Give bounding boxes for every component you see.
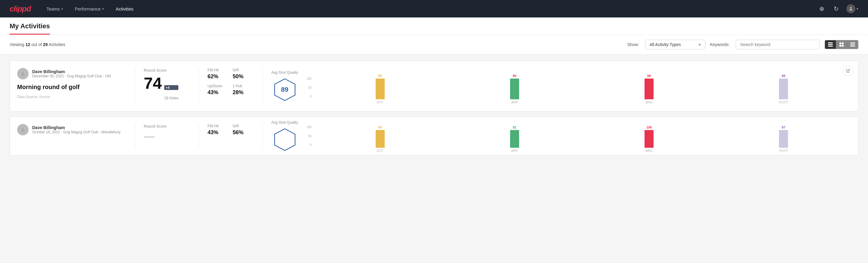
bar-group-ott: 94 OTT xyxy=(313,125,447,152)
list-compact-view-button[interactable] xyxy=(825,40,836,49)
list-expanded-view-button[interactable] xyxy=(847,40,858,49)
bar-value-arg: 106 xyxy=(646,125,652,129)
stats-section: FW Hit 43% GIR 56% xyxy=(199,124,253,148)
user-avatar-menu[interactable]: ▾ xyxy=(846,4,858,13)
fw-hit-stat: FW Hit 62% xyxy=(208,68,228,80)
svg-rect-9 xyxy=(850,43,855,44)
activity-card: Dave Billingham December 05, 2021 - Gog … xyxy=(10,60,858,112)
gir-value: 50% xyxy=(233,74,253,80)
chevron-down-icon: ▾ xyxy=(61,7,63,10)
bar-value-putt: 87 xyxy=(782,125,785,129)
logo[interactable]: clippd xyxy=(10,4,31,13)
svg-point-0 xyxy=(850,7,852,9)
grid-view-button[interactable] xyxy=(836,40,847,49)
score-number: — xyxy=(144,130,155,142)
viewing-text: Viewing 12 out of 29 Activities xyxy=(10,42,623,47)
bar-label-app: APP xyxy=(511,100,518,104)
bar-chart: 100 50 0 85 OTT 90 APP 89 xyxy=(307,68,851,104)
search-input[interactable] xyxy=(736,40,820,49)
svg-rect-11 xyxy=(850,46,855,47)
bar-group-arg: 89 ARG xyxy=(582,74,716,104)
bar-label-arg: ARG xyxy=(645,149,653,152)
score-badge: +4 xyxy=(164,85,178,90)
round-score-section: Round Score 74 +4 18 Holes xyxy=(135,68,189,104)
avg-shot-quality-label: Avg Shot Quality xyxy=(271,120,298,124)
navbar: clippd Teams ▾ Performance ▾ Activities … xyxy=(0,0,868,18)
filter-bar: Viewing 12 out of 29 Activities Show: Al… xyxy=(0,35,868,55)
user-avatar xyxy=(17,124,29,136)
activity-card: Dave Billingham October 16, 2021 - Gog M… xyxy=(10,116,858,155)
oneputt-stat: 1 Putt 28% xyxy=(233,84,253,96)
refresh-icon[interactable]: ↻ xyxy=(832,4,840,13)
bar-group-arg: 106 ARG xyxy=(582,125,716,152)
user-date: October 16, 2021 - Gog Magog Golf Club -… xyxy=(32,130,121,134)
bar-value-app: 90 xyxy=(513,74,517,78)
card-user: Dave Billingham October 16, 2021 - Gog M… xyxy=(17,124,125,136)
gir-stat: GIR 56% xyxy=(233,124,253,136)
nav-right-actions: ⊕ ↻ ▾ xyxy=(817,4,858,13)
score-number: 74 xyxy=(144,74,162,92)
avg-shot-quality-label: Avg Shot Quality xyxy=(271,70,298,75)
chevron-down-icon: ▾ xyxy=(699,42,701,47)
bar-value-arg: 89 xyxy=(647,74,651,78)
round-score-label: Round Score xyxy=(144,68,189,72)
bar-label-arg: ARG xyxy=(645,100,653,104)
bar-label-ott: OTT xyxy=(377,149,383,152)
activities-list: Dave Billingham December 05, 2021 - Gog … xyxy=(0,55,868,167)
nav-activities[interactable]: Activities xyxy=(115,0,135,18)
bar-value-ott: 94 xyxy=(378,125,382,129)
stats-section: FW Hit 62% GIR 50% Up/Down 43% 1 Putt 28… xyxy=(199,68,253,104)
nav-performance[interactable]: Performance ▾ xyxy=(74,0,105,18)
svg-rect-6 xyxy=(839,45,841,47)
svg-point-12 xyxy=(22,71,24,74)
add-icon[interactable]: ⊕ xyxy=(817,4,826,13)
bar-putt xyxy=(779,79,788,99)
bar-group-putt: 87 PUTT xyxy=(716,125,851,152)
round-score-label: Round Score xyxy=(144,124,189,128)
fw-hit-stat: FW Hit 43% xyxy=(208,124,228,136)
round-score-section: Round Score — xyxy=(135,124,189,148)
updown-value: 43% xyxy=(208,89,228,96)
updown-stat: Up/Down 43% xyxy=(208,84,228,96)
svg-point-14 xyxy=(22,127,24,130)
svg-rect-3 xyxy=(828,46,833,47)
view-toggle xyxy=(825,40,858,49)
card-info: Dave Billingham December 05, 2021 - Gog … xyxy=(17,68,125,104)
score-display: — xyxy=(144,131,189,142)
chevron-down-icon: ▾ xyxy=(102,7,104,10)
svg-rect-8 xyxy=(850,42,855,43)
fw-hit-value: 62% xyxy=(208,74,228,80)
gir-label: GIR xyxy=(233,68,253,72)
bar-putt xyxy=(779,130,788,148)
gir-stat: GIR 50% xyxy=(233,68,253,80)
user-info: Dave Billingham October 16, 2021 - Gog M… xyxy=(32,125,121,134)
chart-y-axis: 100 50 0 xyxy=(307,125,312,152)
svg-rect-7 xyxy=(842,45,844,47)
avg-shot-quality: Avg Shot Quality xyxy=(271,120,298,152)
updown-label: Up/Down xyxy=(208,84,228,88)
activity-type-dropdown[interactable]: All Activity Types ▾ xyxy=(645,40,705,49)
user-name: Dave Billingham xyxy=(32,125,121,130)
bar-arg xyxy=(645,130,654,148)
hexagon-shape: 89 xyxy=(273,78,297,102)
svg-rect-1 xyxy=(828,42,833,43)
page-title: My Activities xyxy=(10,22,50,35)
card-info: Dave Billingham October 16, 2021 - Gog M… xyxy=(17,124,125,148)
chevron-down-icon: ▾ xyxy=(857,7,858,11)
bar-ott xyxy=(376,79,385,99)
viewing-count: 12 xyxy=(26,42,30,47)
svg-marker-15 xyxy=(275,129,295,150)
bar-group-ott: 85 OTT xyxy=(313,74,447,104)
page-header: My Activities xyxy=(0,18,868,35)
fw-hit-label: FW Hit xyxy=(208,124,228,128)
bar-app xyxy=(510,79,519,99)
bar-label-putt: PUTT xyxy=(779,100,788,104)
shot-quality-section: Avg Shot Quality 100 50 0 94 OTT xyxy=(262,124,851,148)
nav-teams[interactable]: Teams ▾ xyxy=(45,0,64,18)
hexagon-value: 89 xyxy=(281,86,288,94)
user-date: December 05, 2021 - Gog Magog Golf Club … xyxy=(32,74,111,78)
bar-group-putt: 89 PUTT xyxy=(716,74,851,104)
score-display: 74 +4 18 Holes xyxy=(144,75,189,100)
user-avatar xyxy=(17,68,29,80)
keywords-label: Keywords: xyxy=(710,42,730,47)
